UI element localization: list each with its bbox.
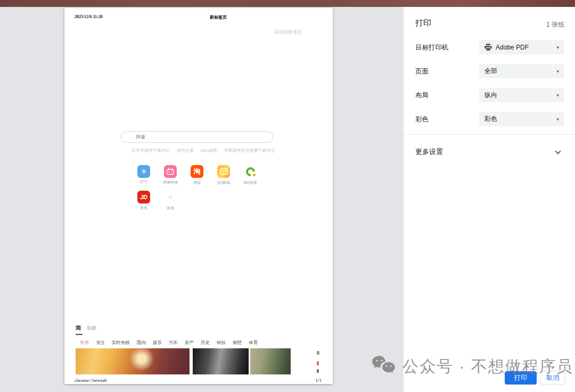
- sun-glyph: ☀: [141, 167, 147, 176]
- print-preview-page: 2025/12/6 11:20 新标签页 其他新标签页 抖音 太平洋软件下载中心…: [64, 8, 333, 384]
- settings-divider: [404, 134, 575, 135]
- layout-dropdown[interactable]: 纵向 ▾: [479, 88, 564, 102]
- search-query-text: 抖音: [121, 132, 273, 142]
- taobao-icon: 淘: [191, 165, 203, 178]
- news-tab-nav: 导航: [87, 325, 96, 332]
- shortcut-qqmail: QQ邮箱: [210, 165, 237, 185]
- pages-value: 全部: [484, 67, 497, 76]
- pages-dropdown[interactable]: 全部 ▾: [479, 64, 564, 78]
- category-tab: 国内: [137, 340, 146, 346]
- suggestion-link: 太平洋软件下载中心: [132, 148, 170, 153]
- layout-value: 纵向: [484, 91, 497, 100]
- plus-glyph: +: [168, 193, 172, 201]
- destination-label: 目标打印机: [415, 43, 449, 52]
- color-value: 彩色: [484, 115, 497, 124]
- shortcut-row-2: JD 京东 + 添加: [130, 191, 184, 211]
- caret-down-icon: ▾: [556, 69, 559, 74]
- sheet-count: 1 张纸: [546, 20, 564, 29]
- shortcut-add: + 添加: [157, 191, 184, 211]
- page-corner-link: 其他新标签页: [274, 29, 302, 36]
- 360-search-icon: [244, 165, 257, 178]
- shortcut-label: 淘宝: [193, 180, 201, 185]
- caret-down-icon: ▾: [556, 45, 559, 50]
- search-suggestion-links: 太平洋软件下载中心 软件之家 jz5u绿色 华军软件官方免费下载中心: [132, 148, 275, 153]
- print-dialog-title: 打印: [415, 18, 431, 28]
- shortcut-360search: 360搜索: [237, 165, 264, 185]
- category-tab: 历史: [201, 340, 210, 346]
- bilibili-tv-icon: [164, 165, 177, 178]
- shortcut-weather: ☀ 27℃: [130, 165, 157, 185]
- add-plus-icon: +: [164, 191, 177, 203]
- print-button[interactable]: 打印: [505, 371, 537, 385]
- shortcut-taobao: 淘 淘宝: [184, 165, 210, 185]
- jd-icon: JD: [137, 191, 150, 203]
- weather-sun-icon: ☀: [137, 165, 150, 178]
- search-box: 抖音: [121, 131, 273, 143]
- category-tab: 关注: [96, 340, 105, 346]
- news-section-tabs: 闻 导航: [76, 324, 96, 332]
- print-settings-panel: 打印 1 张纸 目标打印机 Adobe PDF ▾ 页面 全部 ▾ 布局 纵向 …: [404, 7, 575, 392]
- print-preview-area: 2025/12/6 11:20 新标签页 其他新标签页 抖音 太平洋软件下载中心…: [0, 7, 404, 392]
- print-header-date: 2025/12/6 11:20: [75, 14, 103, 19]
- print-footer-page-number: 1/1: [315, 378, 322, 383]
- clipped-text-marks: [317, 351, 320, 373]
- shortcut-label: 京东: [140, 206, 147, 211]
- category-tab: 推荐: [80, 340, 89, 346]
- shortcut-row-1: ☀ 27℃ 哔哩哔哩 淘 淘宝 QQ邮箱 360搜索: [130, 165, 264, 185]
- news-thumbnail-street: [250, 348, 291, 374]
- color-dropdown[interactable]: 彩色 ▾: [479, 112, 564, 126]
- news-thumbnail-bw: [193, 348, 249, 374]
- category-tab: 汽车: [169, 340, 178, 346]
- shortcut-label: 27℃: [139, 180, 148, 184]
- printer-icon: [484, 44, 492, 51]
- category-tab: 科技: [217, 340, 226, 346]
- shortcut-label: 添加: [167, 206, 174, 211]
- category-tab: 房产: [185, 340, 194, 346]
- category-tab: 财经: [233, 340, 242, 346]
- selected-tab-underline: [76, 334, 83, 335]
- caret-down-icon: ▾: [556, 117, 559, 122]
- shortcut-label: 360搜索: [243, 180, 257, 185]
- news-thumbnail-anime: [76, 348, 190, 374]
- browser-top-strip: [0, 0, 575, 7]
- print-header-title: 新标签页: [210, 14, 227, 20]
- category-tab: 娱乐: [153, 340, 162, 346]
- caret-down-icon: ▾: [556, 93, 559, 98]
- layout-label: 布局: [415, 91, 429, 100]
- mail-envelope-icon: [217, 165, 230, 178]
- suggestion-link: jz5u绿色: [201, 148, 217, 153]
- cancel-button[interactable]: 取消: [540, 371, 565, 385]
- print-footer-url: chrome://newtab: [75, 378, 106, 383]
- destination-dropdown[interactable]: Adobe PDF ▾: [479, 40, 564, 54]
- color-label: 彩色: [415, 115, 429, 124]
- pages-label: 页面: [415, 67, 429, 76]
- destination-value: Adobe PDF: [496, 44, 529, 51]
- more-settings-label: 更多设置: [415, 147, 443, 157]
- jd-glyph: JD: [140, 194, 147, 200]
- news-category-tabs: 推荐 关注 实时热榜 国内 娱乐 汽车 房产 历史 科技 财经 体育: [80, 340, 258, 346]
- news-tab-selected: 闻: [76, 324, 81, 332]
- shortcut-jd: JD 京东: [130, 191, 157, 211]
- shortcut-label: QQ邮箱: [217, 180, 231, 185]
- suggestion-link: 华军软件官方免费下载中心: [224, 148, 275, 153]
- more-settings-row[interactable]: 更多设置: [404, 143, 575, 161]
- suggestion-link: 软件之家: [177, 148, 194, 153]
- chevron-down-icon: [555, 148, 561, 154]
- category-tab: 体育: [249, 340, 258, 346]
- shortcut-bilibili: 哔哩哔哩: [157, 165, 184, 185]
- shortcut-label: 哔哩哔哩: [163, 180, 178, 185]
- taobao-glyph: 淘: [194, 167, 201, 176]
- category-tab: 实时热榜: [112, 340, 130, 346]
